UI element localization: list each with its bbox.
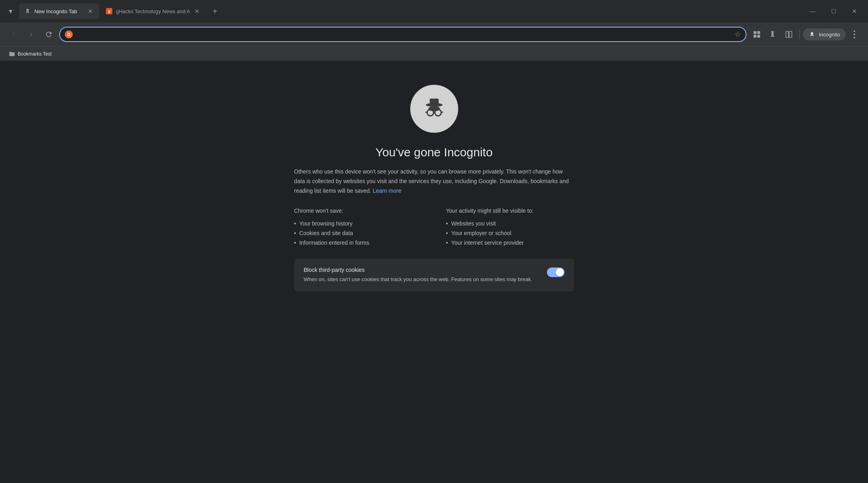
svg-point-16 [854,37,855,38]
chrome-wont-save-column: Chrome won't save: Your browsing history… [294,208,422,247]
incognito-page: You've gone Incognito Others who use thi… [286,61,582,307]
tab-ghacks[interactable]: g gHacks Technology News and A ✕ [101,3,206,19]
toolbar-icons: Incognito [750,27,862,42]
bookmarks-test-label: Bookmarks Test [18,51,52,57]
toolbar: D ☆ Incognito [0,22,868,46]
svg-point-19 [428,106,440,112]
svg-point-2 [26,12,27,13]
incognito-label: Incognito [819,32,840,38]
address-input[interactable] [76,31,731,38]
list-item: Your employer or school [446,228,574,238]
forward-button[interactable] [24,27,38,42]
svg-point-13 [812,35,814,36]
svg-point-10 [811,32,813,34]
address-bar[interactable]: D ☆ [59,27,746,42]
new-tab-button[interactable]: + [208,4,222,18]
svg-rect-11 [810,34,814,35]
tab-incognito-title: New Incognito Tab [34,8,83,14]
svg-rect-9 [789,32,792,38]
reload-button[interactable] [42,27,56,42]
maximize-button[interactable]: ☐ [823,4,844,18]
incognito-description: Others who use this device won't see you… [294,167,574,196]
list-item: Your internet service provider [446,238,574,247]
bookmark-star-icon[interactable]: ☆ [734,30,741,39]
list-item: Websites you visit [446,219,574,228]
still-visible-heading: Your activity might still be visible to: [446,208,574,214]
tab-list-button[interactable]: ▾ [3,4,18,18]
list-item: Cookies and site data [294,228,422,238]
chrome-wont-save-heading: Chrome won't save: [294,208,422,214]
svg-point-0 [26,9,29,11]
window-controls: — ☐ ✕ [802,4,865,18]
svg-point-15 [854,34,855,35]
cookie-text: Block third-party cookies When on, sites… [304,267,533,283]
tab-ghacks-close[interactable]: ✕ [193,7,201,15]
main-content: You've gone Incognito Others who use thi… [0,61,868,483]
learn-more-link[interactable]: Learn more [373,188,401,194]
svg-rect-6 [754,35,756,38]
extensions-button[interactable] [750,27,764,42]
list-item: Information entered in forms [294,238,422,247]
tab-incognito[interactable]: New Incognito Tab ✕ [19,3,99,19]
svg-rect-4 [754,31,756,34]
chrome-wont-save-list: Your browsing history Cookies and site d… [294,219,422,247]
cookie-block: Block third-party cookies When on, sites… [294,259,574,291]
incognito-avatar [410,85,458,133]
minimize-button[interactable]: — [802,4,823,18]
cookie-block-title: Block third-party cookies [304,267,533,273]
bookmarks-bar: Bookmarks Test [0,46,868,61]
menu-button[interactable] [847,27,862,42]
two-column-section: Chrome won't save: Your browsing history… [294,208,574,247]
cookie-toggle[interactable] [547,267,565,277]
svg-point-12 [810,35,812,36]
svg-rect-7 [757,35,760,38]
tab-incognito-close[interactable]: ✕ [86,7,94,15]
incognito-favicon [24,8,31,15]
duckduckgo-icon: D [65,30,73,38]
split-button[interactable] [782,27,796,42]
svg-rect-8 [786,32,789,38]
svg-point-3 [28,12,29,13]
list-item: Your browsing history [294,219,422,228]
svg-rect-18 [429,98,438,106]
svg-line-24 [441,112,443,113]
address-favicon: D [65,30,73,38]
still-visible-list: Websites you visit Your employer or scho… [446,219,574,247]
svg-line-23 [425,112,427,113]
cookie-block-description: When on, sites can't use cookies that tr… [304,275,533,283]
lab-button[interactable] [766,27,780,42]
bookmarks-test-folder[interactable]: Bookmarks Test [5,49,56,59]
back-button[interactable] [6,27,21,42]
svg-point-14 [854,30,855,32]
incognito-title: You've gone Incognito [375,146,493,159]
incognito-button[interactable]: Incognito [803,28,846,40]
svg-rect-5 [757,31,760,34]
tab-ghacks-title: gHacks Technology News and A [116,8,190,14]
still-visible-column: Your activity might still be visible to:… [446,208,574,247]
ghacks-favicon: g [106,8,113,15]
close-button[interactable]: ✕ [844,4,865,18]
title-bar: ▾ New Incognito Tab ✕ g gHacks Technolog… [0,0,868,22]
